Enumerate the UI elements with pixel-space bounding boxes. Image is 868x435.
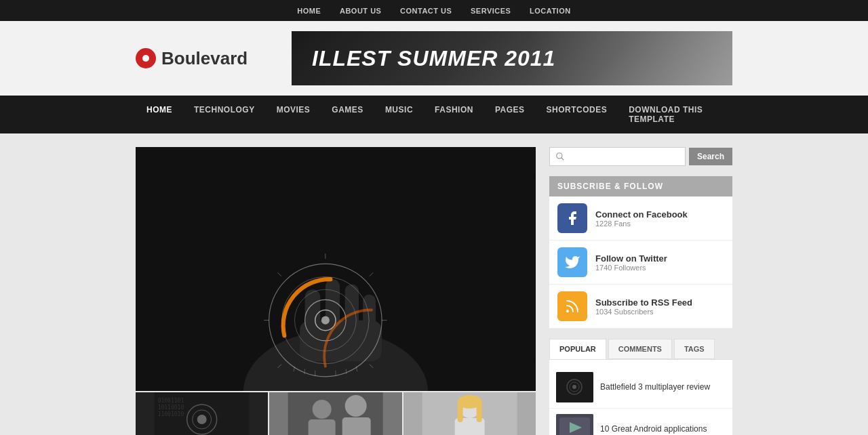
header-banner: ILLEST SUMMER 2011 [292, 31, 732, 85]
popular-thumb-2 [556, 414, 593, 435]
topnav-location[interactable]: LOCATION [530, 7, 571, 15]
thumb-item-2[interactable] [269, 392, 401, 435]
content-wrapper: 01001101 10110010 11001010 [0, 133, 868, 435]
logo-text: Boulevard [161, 48, 248, 69]
popular-item-2-text: 10 Great Android applications [600, 423, 707, 435]
tabs-header: POPULAR COMMENTS TAGS [549, 339, 732, 360]
featured-svg [136, 147, 536, 391]
twitter-title: Follow on Twitter [595, 253, 724, 264]
banner-text: ILLEST SUMMER 2011 [312, 46, 555, 71]
topnav-about[interactable]: ABOUT US [340, 7, 381, 15]
search-button[interactable]: Search [689, 148, 732, 165]
facebook-text: Connect on Facebook 1228 Fans [595, 209, 724, 228]
top-navigation: HOME ABOUT US CONTACT US SERVICES LOCATI… [0, 0, 868, 21]
svg-rect-35 [309, 419, 336, 435]
mainnav-pages[interactable]: PAGES [484, 96, 536, 133]
facebook-count: 1228 Fans [595, 220, 724, 228]
popular-item-1[interactable]: Battlefield 3 multiplayer review [549, 367, 732, 409]
sidebar: Search SUBSCRIBE & FOLLOW Connect on Fac… [549, 147, 732, 435]
mainnav-shortcodes[interactable]: SHORTCODES [536, 96, 618, 133]
thumbnail-strip: 01001101 10110010 11001010 [136, 392, 536, 435]
svg-point-34 [313, 400, 332, 419]
facebook-icon [557, 203, 587, 233]
svg-point-29 [197, 415, 207, 424]
popular-item-1-text: Battlefield 3 multiplayer review [600, 381, 710, 393]
svg-text:10110010: 10110010 [158, 405, 184, 411]
popular-item-2[interactable]: 10 Great Android applications [549, 409, 732, 435]
logo-icon [136, 48, 156, 68]
mainnav-games[interactable]: GAMES [321, 96, 374, 133]
svg-rect-43 [476, 402, 481, 422]
subscribe-header: SUBSCRIBE & FOLLOW [549, 176, 732, 196]
search-box: Search [549, 147, 732, 166]
twitter-social-item[interactable]: Follow on Twitter 1740 Followers [549, 241, 732, 285]
topnav-services[interactable]: SERVICES [471, 7, 511, 15]
thumb-item-1[interactable]: 01001101 10110010 11001010 [136, 392, 268, 435]
popular-list: Battlefield 3 multiplayer review 10 Grea… [549, 360, 732, 435]
rss-icon [557, 291, 587, 321]
mainnav-movies[interactable]: MOVIES [266, 96, 321, 133]
popular-thumb-1 [556, 372, 593, 402]
mainnav-download[interactable]: DOWNLOAD THIS TEMPLATE [618, 96, 732, 133]
tabs-section: POPULAR COMMENTS TAGS Battlefield [549, 339, 732, 435]
facebook-title: Connect on Facebook [595, 209, 724, 220]
tab-popular[interactable]: POPULAR [549, 339, 606, 359]
tab-tags[interactable]: TAGS [674, 339, 715, 359]
rss-count: 1034 Subscribers [595, 308, 724, 316]
site-logo[interactable]: Boulevard [136, 48, 271, 69]
mainnav-music[interactable]: MUSIC [374, 96, 424, 133]
facebook-social-item[interactable]: Connect on Facebook 1228 Fans [549, 196, 732, 241]
search-input[interactable] [549, 147, 686, 166]
subscribe-section: SUBSCRIBE & FOLLOW Connect on Facebook 1… [549, 176, 732, 329]
featured-image [136, 147, 536, 391]
thumb-item-3[interactable] [403, 392, 536, 435]
site-header: Boulevard ILLEST SUMMER 2011 [0, 21, 868, 96]
svg-point-48 [572, 385, 576, 389]
topnav-contact[interactable]: CONTACT US [400, 7, 452, 15]
svg-text:11001010: 11001010 [158, 411, 184, 417]
svg-point-44 [566, 310, 569, 312]
svg-point-12 [321, 316, 330, 325]
banner-overlay [529, 31, 732, 85]
mainnav-technology[interactable]: TECHNOLOGY [183, 96, 266, 133]
main-content: 01001101 10110010 11001010 [136, 147, 536, 435]
svg-point-36 [345, 395, 367, 417]
rss-social-item[interactable]: Subscribe to RSS Feed 1034 Subscribers [549, 285, 732, 329]
twitter-count: 1740 Followers [595, 264, 724, 272]
svg-rect-37 [342, 417, 371, 435]
mainnav-fashion[interactable]: FASHION [424, 96, 484, 133]
svg-rect-42 [457, 402, 462, 422]
rss-text: Subscribe to RSS Feed 1034 Subscribers [595, 297, 724, 316]
tab-comments[interactable]: COMMENTS [608, 339, 672, 359]
svg-text:01001101: 01001101 [158, 398, 184, 404]
mainnav-home[interactable]: HOME [136, 96, 183, 133]
twitter-icon [557, 247, 587, 277]
rss-title: Subscribe to RSS Feed [595, 297, 724, 308]
twitter-text: Follow on Twitter 1740 Followers [595, 253, 724, 272]
main-navigation: HOME TECHNOLOGY MOVIES GAMES MUSIC FASHI… [0, 96, 868, 133]
topnav-home[interactable]: HOME [297, 7, 321, 15]
